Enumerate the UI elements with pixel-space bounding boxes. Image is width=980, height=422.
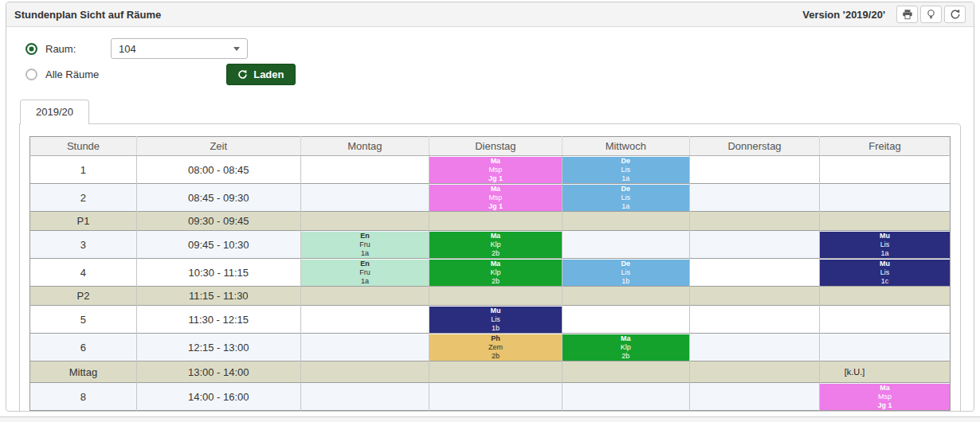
lesson-text: De	[621, 260, 631, 268]
lesson-text: De	[621, 157, 631, 166]
day-cell: EnFru1a	[300, 231, 429, 259]
lesson-text: Klp	[490, 240, 500, 249]
zeit-cell: 14:00 - 16:00	[136, 383, 300, 411]
hint-button[interactable]	[920, 6, 942, 23]
lesson-text: Lis	[880, 268, 890, 277]
lesson-text: Klp	[490, 268, 500, 277]
lesson-text: 1a	[361, 277, 369, 286]
stunde-cell: 3	[30, 231, 137, 259]
day-cell	[429, 287, 562, 306]
lesson-text: 1c	[881, 277, 889, 286]
zeit-cell: 13:00 - 14:00	[136, 361, 300, 383]
reload-button[interactable]	[944, 6, 966, 23]
lesson-text: Msp	[488, 193, 502, 202]
timetable-header-row: StundeZeitMontagDienstagMittwochDonnerst…	[30, 137, 951, 156]
tab-panel: StundeZeitMontagDienstagMittwochDonnerst…	[19, 123, 961, 412]
day-cell: MuLis1a	[819, 231, 950, 259]
day-cell	[690, 361, 820, 383]
day-cell	[429, 383, 562, 411]
stunde-cell: Mittag	[30, 361, 137, 383]
refresh-icon	[950, 9, 961, 20]
lesson-text: 1a	[621, 174, 629, 183]
tab-2019-20[interactable]: 2019/20	[20, 100, 89, 124]
day-cell	[562, 306, 690, 334]
tab-area: 2019/20 StundeZeitMontagDienstagMittwoch…	[6, 89, 974, 412]
lesson-text: 1b	[621, 277, 629, 286]
lesson-text: Klp	[621, 343, 631, 352]
page-title: Stundenplan Sicht auf Räume	[14, 9, 802, 21]
day-cell	[562, 383, 690, 411]
all-rooms-radio[interactable]	[25, 68, 37, 80]
lesson-text: 2b	[492, 277, 500, 286]
day-cell: MuLis1c	[819, 259, 950, 287]
zeit-cell: 12:15 - 13:00	[136, 334, 300, 361]
day-cell	[690, 287, 820, 306]
lesson-text: Fru	[359, 268, 370, 277]
table-row: 309:45 - 10:30EnFru1aMaKlp2bMuLis1a	[30, 231, 951, 259]
panel-header: Stundenplan Sicht auf Räume Version '201…	[6, 2, 974, 27]
lesson-block: DeLis1a	[563, 185, 690, 211]
room-select[interactable]: 104	[111, 38, 248, 59]
day-cell	[562, 212, 690, 231]
lesson-text: Lis	[880, 240, 890, 249]
stunde-cell: P2	[30, 287, 137, 306]
day-cell	[690, 156, 820, 184]
zeit-cell: 09:30 - 09:45	[136, 212, 300, 231]
lesson-text: Mu	[880, 260, 890, 268]
lesson-block: DeLis1b	[563, 260, 690, 286]
lesson-text: Ma	[621, 334, 631, 343]
all-rooms-label[interactable]: Alle Räume	[45, 68, 99, 80]
stunde-cell: 1	[30, 156, 137, 184]
day-cell: DeLis1b	[562, 259, 690, 287]
room-radio[interactable]	[25, 43, 37, 55]
print-button[interactable]	[896, 6, 918, 23]
lesson-block: MuLis1b	[429, 307, 561, 333]
chevron-down-icon	[233, 47, 240, 51]
zeit-cell: 08:00 - 08:45	[136, 156, 300, 184]
lesson-text: 2b	[492, 352, 500, 361]
lesson-text: Ma	[880, 384, 890, 393]
lesson-block: MaKlp2b	[429, 260, 561, 286]
day-cell	[562, 231, 690, 259]
lesson-block: DeLis1a	[563, 157, 690, 183]
lesson-text: 2b	[492, 249, 500, 258]
day-cell	[819, 156, 950, 184]
lesson-text: Jg 1	[877, 401, 892, 410]
version-label: Version '2019/20'	[802, 9, 885, 21]
table-row: P109:30 - 09:45	[30, 212, 951, 231]
lesson-block: MaMspJg 1	[429, 185, 561, 211]
day-cell: MaKlp2b	[562, 334, 690, 361]
day-cell: PhZem2b	[429, 334, 562, 361]
room-select-value: 104	[119, 43, 136, 55]
table-row: 814:00 - 16:00MaMspJg 1	[30, 383, 951, 411]
day-cell	[819, 184, 950, 212]
zeit-cell: 11:15 - 11:30	[136, 287, 300, 306]
stunde-cell: 8	[30, 383, 137, 411]
lesson-block: EnFru1a	[301, 260, 429, 286]
lesson-block: MuLis1a	[820, 232, 950, 258]
lesson-text: 1a	[361, 249, 369, 258]
day-cell	[690, 306, 820, 334]
timetable: StundeZeitMontagDienstagMittwochDonnerst…	[29, 136, 951, 411]
day-cell	[690, 383, 820, 411]
table-row: Mittag13:00 - 14:00[k.U.]	[30, 361, 951, 383]
day-cell: EnFru1a	[300, 259, 429, 287]
room-radio-label[interactable]: Raum:	[45, 43, 111, 55]
table-row: 511:30 - 12:15MuLis1b	[30, 306, 951, 334]
lesson-text: Ma	[491, 260, 501, 268]
lesson-block: MaKlp2b	[563, 334, 690, 361]
load-button[interactable]: Laden	[226, 64, 295, 85]
day-cell	[300, 156, 429, 184]
lesson-block: MaMspJg 1	[820, 384, 950, 410]
lesson-text: Lis	[491, 315, 500, 324]
day-cell: [k.U.]	[819, 361, 950, 383]
timetable-panel: Stundenplan Sicht auf Räume Version '201…	[6, 2, 974, 412]
day-cell	[429, 212, 562, 231]
day-cell	[300, 212, 429, 231]
day-cell	[300, 361, 429, 383]
lesson-text: En	[360, 260, 370, 268]
lesson-block: MuLis1c	[820, 260, 950, 286]
lesson-text: De	[621, 185, 631, 193]
lesson-text: 1a	[621, 202, 629, 211]
lesson-text: Lis	[621, 268, 631, 277]
